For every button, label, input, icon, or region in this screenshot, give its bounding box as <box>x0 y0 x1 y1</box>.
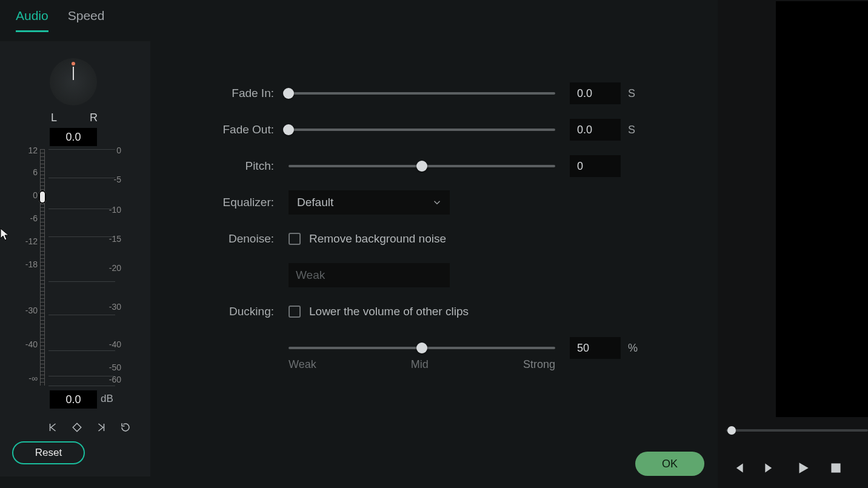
fade-out-label: Fade Out: <box>150 123 289 136</box>
fade-in-slider[interactable] <box>289 87 555 100</box>
ducking-checkbox[interactable] <box>289 306 301 318</box>
step-back-icon[interactable] <box>730 460 746 478</box>
volume-value[interactable]: 0.0 <box>50 390 97 409</box>
fade-out-slider[interactable] <box>289 123 555 136</box>
keyframe-controls <box>47 422 131 435</box>
vol-tick-right: -20 <box>109 263 121 273</box>
svg-rect-0 <box>831 463 840 472</box>
denoise-label: Denoise: <box>150 232 289 246</box>
vol-tick-left: -30 <box>24 306 38 315</box>
fade-out-value[interactable]: 0.0 <box>570 119 621 141</box>
pan-value[interactable]: 0.0 <box>50 128 97 146</box>
volume-pan-pane: L R 0.0 12 6 0 -6 -12 -1 <box>0 41 150 476</box>
vol-tick-right: -5 <box>114 175 121 184</box>
fade-out-unit: S <box>628 124 640 136</box>
ducking-slider-marks: Weak Mid Strong <box>289 358 555 371</box>
audio-editor-panel: Audio Speed L R 0.0 <box>0 0 718 488</box>
pan-left-label: L <box>51 112 57 124</box>
vol-tick-left: -18 <box>24 259 38 269</box>
ok-button[interactable]: OK <box>635 452 704 476</box>
vol-tick-left: -40 <box>24 339 38 349</box>
vol-tick-right: -50 <box>109 363 121 372</box>
equalizer-label: Equalizer: <box>150 196 289 209</box>
vol-tick-right: -40 <box>109 339 121 349</box>
denoise-check-label: Remove background noise <box>309 232 446 246</box>
vol-tick-left: 0 <box>24 190 38 200</box>
vol-tick-right: -15 <box>109 234 121 244</box>
stop-icon[interactable] <box>828 460 844 478</box>
vol-tick-right: -30 <box>109 302 121 312</box>
ducking-label: Ducking: <box>150 305 289 318</box>
ducking-slider[interactable]: Weak Mid Strong <box>289 341 555 355</box>
preview-viewport <box>776 1 868 417</box>
add-keyframe-icon[interactable] <box>72 422 82 435</box>
volume-meter[interactable]: 12 6 0 -6 -12 -18 -30 -40 -∞ 0 -5 -10 -1… <box>24 149 121 386</box>
tab-speed[interactable]: Speed <box>68 8 105 32</box>
equalizer-value: Default <box>297 196 333 209</box>
denoise-checkbox[interactable] <box>289 233 301 245</box>
vol-tick-left: -∞ <box>24 373 38 383</box>
prev-keyframe-icon[interactable] <box>47 422 58 435</box>
pan-knob[interactable] <box>50 58 97 105</box>
vol-tick-right: 0 <box>116 145 121 155</box>
player-controls <box>730 460 868 478</box>
vol-tick-right: -60 <box>109 375 121 384</box>
chevron-down-icon <box>432 197 442 208</box>
fade-in-label: Fade In: <box>150 87 289 100</box>
vol-tick-left: 6 <box>24 167 38 177</box>
ducking-unit: % <box>628 342 640 355</box>
fade-in-value[interactable]: 0.0 <box>570 82 621 104</box>
pitch-value[interactable]: 0 <box>570 155 621 177</box>
play-icon[interactable] <box>795 460 811 478</box>
vol-tick-left: 12 <box>24 145 38 155</box>
step-forward-icon[interactable] <box>763 460 778 478</box>
next-keyframe-icon[interactable] <box>96 422 107 435</box>
denoise-level-select[interactable]: Weak <box>289 263 450 287</box>
audio-properties: Fade In: 0.0 S Fade Out: 0.0 S Pitch: <box>150 41 708 381</box>
volume-unit: dB <box>101 393 113 405</box>
ducking-check-label: Lower the volume of other clips <box>309 305 469 318</box>
reset-button[interactable]: Reset <box>12 441 85 464</box>
ducking-value[interactable]: 50 <box>570 337 621 359</box>
pan-right-label: R <box>90 112 98 124</box>
vol-tick-left: -6 <box>24 213 38 223</box>
equalizer-select[interactable]: Default <box>289 190 450 215</box>
volume-slider-thumb[interactable] <box>39 190 46 204</box>
preview-panel <box>718 0 868 488</box>
tab-audio[interactable]: Audio <box>16 8 48 32</box>
vol-tick-right: -10 <box>109 205 121 215</box>
tabs: Audio Speed <box>0 0 718 32</box>
reset-keyframe-icon[interactable] <box>120 422 131 435</box>
vol-tick-left: -12 <box>24 236 38 246</box>
seek-slider[interactable] <box>726 426 868 435</box>
pitch-label: Pitch: <box>150 159 289 173</box>
fade-in-unit: S <box>628 87 640 100</box>
pitch-slider[interactable] <box>289 159 555 173</box>
